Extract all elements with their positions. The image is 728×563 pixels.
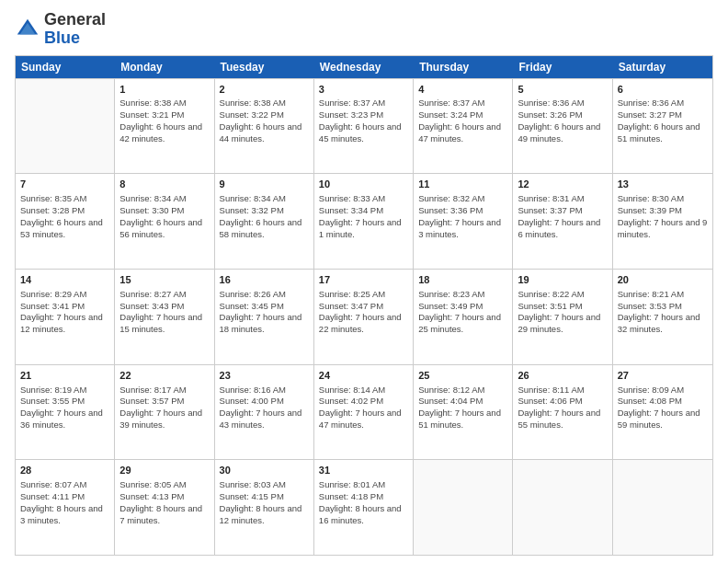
day-number: 21 (20, 369, 109, 383)
day-number: 12 (518, 178, 607, 191)
day-info: Sunrise: 8:37 AMSunset: 3:23 PMDaylight:… (319, 98, 408, 144)
day-info: Sunrise: 8:07 AMSunset: 4:11 PMDaylight:… (20, 479, 109, 526)
calendar-day-3: 3Sunrise: 8:37 AMSunset: 3:23 PMDaylight… (314, 79, 414, 174)
calendar-day-5: 5Sunrise: 8:36 AMSunset: 3:26 PMDaylight… (513, 79, 612, 174)
day-header-sunday: Sunday (16, 56, 115, 78)
day-info: Sunrise: 8:36 AMSunset: 3:26 PMDaylight:… (518, 98, 607, 144)
calendar-day-30: 30Sunrise: 8:03 AMSunset: 4:15 PMDayligh… (215, 460, 314, 555)
calendar-empty-cell (513, 460, 612, 555)
calendar-day-11: 11Sunrise: 8:32 AMSunset: 3:36 PMDayligh… (414, 174, 513, 269)
calendar-day-7: 7Sunrise: 8:35 AMSunset: 3:28 PMDaylight… (16, 174, 115, 269)
day-number: 25 (418, 369, 507, 383)
day-number: 20 (618, 273, 708, 287)
calendar-day-26: 26Sunrise: 8:11 AMSunset: 4:06 PMDayligh… (513, 365, 612, 460)
calendar-header: SundayMondayTuesdayWednesdayThursdayFrid… (16, 56, 712, 78)
calendar-day-9: 9Sunrise: 8:34 AMSunset: 3:32 PMDaylight… (215, 174, 314, 269)
day-number: 14 (20, 273, 109, 287)
calendar: SundayMondayTuesdayWednesdayThursdayFrid… (15, 55, 713, 556)
logo: General Blue (15, 11, 106, 48)
calendar-day-28: 28Sunrise: 8:07 AMSunset: 4:11 PMDayligh… (16, 460, 115, 555)
day-info: Sunrise: 8:34 AMSunset: 3:30 PMDaylight:… (119, 193, 209, 240)
day-number: 26 (518, 369, 607, 383)
day-info: Sunrise: 8:36 AMSunset: 3:27 PMDaylight:… (618, 98, 708, 144)
day-header-friday: Friday (513, 56, 612, 78)
day-info: Sunrise: 8:26 AMSunset: 3:45 PMDaylight:… (220, 289, 309, 336)
day-header-monday: Monday (115, 56, 214, 78)
day-info: Sunrise: 8:05 AMSunset: 4:13 PMDaylight:… (119, 479, 209, 526)
day-info: Sunrise: 8:32 AMSunset: 3:36 PMDaylight:… (418, 193, 507, 240)
day-number: 17 (319, 273, 408, 287)
calendar-day-17: 17Sunrise: 8:25 AMSunset: 3:47 PMDayligh… (314, 270, 414, 364)
calendar-day-27: 27Sunrise: 8:09 AMSunset: 4:08 PMDayligh… (613, 365, 712, 460)
day-info: Sunrise: 8:09 AMSunset: 4:08 PMDaylight:… (618, 385, 708, 431)
calendar-day-20: 20Sunrise: 8:21 AMSunset: 3:53 PMDayligh… (613, 270, 712, 364)
day-number: 16 (220, 273, 309, 287)
day-number: 3 (319, 83, 408, 97)
day-info: Sunrise: 8:27 AMSunset: 3:43 PMDaylight:… (119, 289, 209, 336)
calendar-day-2: 2Sunrise: 8:38 AMSunset: 3:22 PMDaylight… (215, 79, 314, 174)
calendar-week-5: 28Sunrise: 8:07 AMSunset: 4:11 PMDayligh… (16, 459, 712, 555)
day-info: Sunrise: 8:21 AMSunset: 3:53 PMDaylight:… (618, 289, 708, 336)
day-info: Sunrise: 8:19 AMSunset: 3:55 PMDaylight:… (20, 385, 109, 431)
day-number: 29 (119, 464, 209, 477)
calendar-week-3: 14Sunrise: 8:29 AMSunset: 3:41 PMDayligh… (16, 269, 712, 364)
calendar-week-2: 7Sunrise: 8:35 AMSunset: 3:28 PMDaylight… (16, 173, 712, 269)
calendar-day-12: 12Sunrise: 8:31 AMSunset: 3:37 PMDayligh… (513, 174, 612, 269)
calendar-day-19: 19Sunrise: 8:22 AMSunset: 3:51 PMDayligh… (513, 270, 612, 364)
day-number: 4 (418, 83, 507, 97)
day-header-thursday: Thursday (414, 56, 513, 78)
calendar-day-14: 14Sunrise: 8:29 AMSunset: 3:41 PMDayligh… (16, 270, 115, 364)
day-number: 10 (319, 178, 408, 191)
day-info: Sunrise: 8:25 AMSunset: 3:47 PMDaylight:… (319, 289, 408, 336)
calendar-day-18: 18Sunrise: 8:23 AMSunset: 3:49 PMDayligh… (414, 270, 513, 364)
calendar-day-15: 15Sunrise: 8:27 AMSunset: 3:43 PMDayligh… (115, 270, 214, 364)
day-info: Sunrise: 8:37 AMSunset: 3:24 PMDaylight:… (418, 98, 507, 144)
day-header-wednesday: Wednesday (314, 56, 414, 78)
calendar-empty-cell (16, 79, 115, 174)
day-number: 2 (220, 83, 309, 97)
day-number: 7 (20, 178, 109, 191)
day-info: Sunrise: 8:23 AMSunset: 3:49 PMDaylight:… (418, 289, 507, 336)
logo-blue: Blue (44, 29, 80, 47)
calendar-day-23: 23Sunrise: 8:16 AMSunset: 4:00 PMDayligh… (215, 365, 314, 460)
calendar-day-6: 6Sunrise: 8:36 AMSunset: 3:27 PMDaylight… (613, 79, 712, 174)
calendar-day-21: 21Sunrise: 8:19 AMSunset: 3:55 PMDayligh… (16, 365, 115, 460)
day-info: Sunrise: 8:38 AMSunset: 3:22 PMDaylight:… (220, 98, 309, 144)
calendar-week-1: 1Sunrise: 8:38 AMSunset: 3:21 PMDaylight… (16, 78, 712, 174)
day-info: Sunrise: 8:33 AMSunset: 3:34 PMDaylight:… (319, 193, 408, 240)
day-info: Sunrise: 8:12 AMSunset: 4:04 PMDaylight:… (418, 385, 507, 431)
day-info: Sunrise: 8:34 AMSunset: 3:32 PMDaylight:… (220, 193, 309, 240)
calendar-day-13: 13Sunrise: 8:30 AMSunset: 3:39 PMDayligh… (613, 174, 712, 269)
day-number: 28 (20, 464, 109, 477)
day-number: 23 (220, 369, 309, 383)
day-number: 27 (618, 369, 708, 383)
page-header: General Blue (15, 11, 713, 48)
day-number: 5 (518, 83, 607, 97)
calendar-empty-cell (613, 460, 712, 555)
day-number: 6 (618, 83, 708, 97)
calendar-day-10: 10Sunrise: 8:33 AMSunset: 3:34 PMDayligh… (314, 174, 414, 269)
day-info: Sunrise: 8:11 AMSunset: 4:06 PMDaylight:… (518, 385, 607, 431)
calendar-day-1: 1Sunrise: 8:38 AMSunset: 3:21 PMDaylight… (115, 79, 214, 174)
day-info: Sunrise: 8:30 AMSunset: 3:39 PMDaylight:… (618, 193, 708, 240)
day-info: Sunrise: 8:14 AMSunset: 4:02 PMDaylight:… (319, 385, 408, 431)
day-info: Sunrise: 8:16 AMSunset: 4:00 PMDaylight:… (220, 385, 309, 431)
day-info: Sunrise: 8:22 AMSunset: 3:51 PMDaylight:… (518, 289, 607, 336)
day-header-tuesday: Tuesday (215, 56, 314, 78)
calendar-empty-cell (414, 460, 513, 555)
day-header-saturday: Saturday (613, 56, 712, 78)
logo-icon (15, 17, 40, 42)
day-info: Sunrise: 8:35 AMSunset: 3:28 PMDaylight:… (20, 193, 109, 240)
calendar-day-8: 8Sunrise: 8:34 AMSunset: 3:30 PMDaylight… (115, 174, 214, 269)
day-number: 11 (418, 178, 507, 191)
calendar-day-24: 24Sunrise: 8:14 AMSunset: 4:02 PMDayligh… (314, 365, 414, 460)
day-number: 9 (220, 178, 309, 191)
calendar-day-31: 31Sunrise: 8:01 AMSunset: 4:18 PMDayligh… (314, 460, 414, 555)
calendar-body: 1Sunrise: 8:38 AMSunset: 3:21 PMDaylight… (16, 78, 712, 555)
day-info: Sunrise: 8:01 AMSunset: 4:18 PMDaylight:… (319, 479, 408, 526)
day-number: 19 (518, 273, 607, 287)
day-number: 30 (220, 464, 309, 477)
calendar-day-29: 29Sunrise: 8:05 AMSunset: 4:13 PMDayligh… (115, 460, 214, 555)
day-number: 13 (618, 178, 708, 191)
day-number: 18 (418, 273, 507, 287)
